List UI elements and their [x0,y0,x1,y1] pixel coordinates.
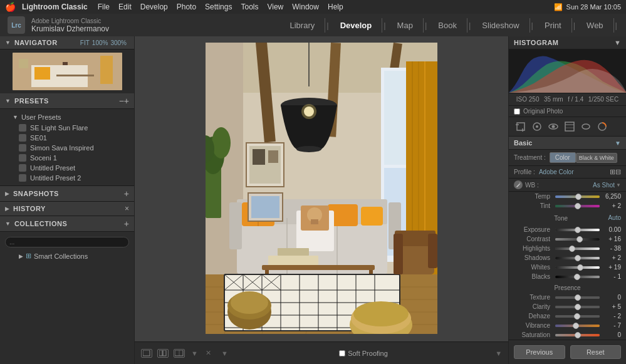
saturation-thumb[interactable] [575,332,581,338]
user-presets-header[interactable]: ▼ User Presets [0,112,134,123]
dehaze-thumb[interactable] [574,313,580,320]
svg-rect-99 [163,350,166,356]
contrast-thumb[interactable] [576,236,583,242]
wb-value[interactable]: As Shot [543,182,615,189]
tab-book[interactable]: Book [428,18,467,33]
collections-search-input[interactable] [5,237,129,247]
wb-dropdown-icon[interactable]: ▼ [616,182,621,188]
tab-slideshow[interactable]: Slideshow [472,18,529,33]
tab-print[interactable]: Print [535,18,572,33]
history-header[interactable]: ▶ History × [0,202,134,216]
presets-content: ▼ User Presets SE Light Sun Flare SE01 [0,109,134,185]
treatment-label: Treatment : [514,154,546,161]
texture-thumb[interactable] [575,294,581,301]
previous-button[interactable]: Previous [514,345,565,359]
profile-value[interactable]: Adobe Color [539,169,610,175]
blacks-thumb[interactable] [574,274,580,280]
collections-header[interactable]: ▼ Collections + [0,216,134,232]
tint-thumb[interactable] [575,203,581,209]
soft-proof-checkbox[interactable] [339,350,345,356]
preset-item-2[interactable]: SE01 [19,133,134,143]
histogram-header: Histogram ▼ [509,36,626,49]
preset-item-5[interactable]: Untitled Preset [19,163,134,173]
navigator-300[interactable]: 300% [110,39,127,46]
whites-track [555,266,600,269]
vibrance-thumb[interactable] [573,323,579,329]
file-menu[interactable]: File [98,3,110,11]
navigator-preview [0,49,134,93]
exposure-thumb[interactable] [575,227,581,233]
nav-tabs: Library | Develop | Map | Book | Slidesh… [280,18,619,33]
preset-item-3[interactable]: Simon Sava Inspired [19,143,134,153]
tab-develop[interactable]: Develop [330,18,383,33]
basic-section-header[interactable]: Basic ▼ [509,137,626,150]
loupe-view-icon[interactable] [157,349,169,358]
color-treatment-btn[interactable]: Color [550,152,576,163]
presets-remove[interactable]: − [119,96,124,106]
navigator-100[interactable]: 100% [92,39,108,46]
navigator-fit[interactable]: FIT [80,39,90,46]
smart-collections-item[interactable]: ▶ ⊞ Smart Collections [0,250,134,262]
presets-section: ▼ Presets − + ▼ User Presets SE Light Su… [0,93,134,186]
eyedropper-icon[interactable] [514,180,523,189]
compare-view-icon[interactable] [174,349,185,358]
preset-item-6[interactable]: Untitled Preset 2 [19,173,134,183]
temp-thumb[interactable] [575,194,582,200]
filmstrip-toggle[interactable]: ▼ [495,350,502,357]
snapshots-add[interactable]: + [124,189,129,199]
tint-value: + 2 [602,202,621,209]
tone-auto-btn[interactable]: Auto [608,214,621,221]
preset-item-4[interactable]: Soceni 1 [19,153,134,163]
history-close[interactable]: × [125,204,129,213]
shadows-track [555,257,600,259]
profile-grid-icon[interactable]: ⊞ [610,168,615,176]
tab-map[interactable]: Map [387,18,424,33]
shadows-thumb[interactable] [575,255,581,261]
snapshots-header[interactable]: ▶ Snapshots + [0,186,134,202]
photo-menu[interactable]: Photo [177,3,196,11]
clarity-thumb[interactable] [575,304,581,310]
redeye-tool[interactable] [546,120,560,133]
window-menu[interactable]: Window [292,3,319,11]
blacks-label: Blacks [514,273,550,280]
hsl-tool[interactable] [595,120,609,133]
view-menu[interactable]: View [267,3,283,11]
preset-icon-5 [19,164,26,172]
collections-add[interactable]: + [124,219,129,229]
bw-treatment-btn[interactable]: Black & White [576,153,617,163]
whites-thumb[interactable] [577,264,583,271]
app-name-menu[interactable]: Lightroom Classic [22,3,88,11]
right-panel: Histogram ▼ [508,36,626,364]
develop-menu[interactable]: Develop [140,3,168,11]
navigator-header[interactable]: ▼ Navigator FIT 100% 300% [0,36,134,49]
preset-item-1[interactable]: SE Light Sun Flare [19,123,134,133]
svg-rect-4 [34,67,50,80]
heal-tool[interactable] [530,120,544,133]
tab-library[interactable]: Library [280,18,326,33]
highlights-thumb[interactable] [569,246,575,252]
profile-expand-icon[interactable]: ⊟ [615,168,621,176]
tools-menu[interactable]: Tools [241,3,258,11]
presets-add[interactable]: + [124,96,129,106]
edit-menu[interactable]: Edit [118,3,132,11]
saturation-slider-row: Saturation 0 [509,330,626,340]
user-presets-arrow: ▼ [13,114,18,120]
crop-tool[interactable] [514,120,528,133]
original-photo-checkbox[interactable] [514,108,520,115]
tint-label: Tint [514,202,550,209]
apple-menu[interactable]: 🍎 [5,2,16,12]
help-menu[interactable]: Help [328,3,343,11]
gradient-filter-tool[interactable] [563,120,576,133]
settings-menu[interactable]: Settings [205,3,232,11]
grid-view-icon[interactable] [141,349,152,358]
tab-web[interactable]: Web [576,18,614,33]
texture-track [555,296,600,299]
reset-button[interactable]: Reset [570,345,622,359]
histogram-canvas [509,49,626,93]
shadows-value: + 2 [602,254,621,261]
focal-value: 35 mm [544,96,563,103]
presets-header[interactable]: ▼ Presets − + [0,93,134,109]
histogram-expand[interactable]: ▼ [614,39,621,46]
radial-filter-tool[interactable] [579,120,593,133]
basic-expand[interactable]: ▼ [615,140,621,147]
